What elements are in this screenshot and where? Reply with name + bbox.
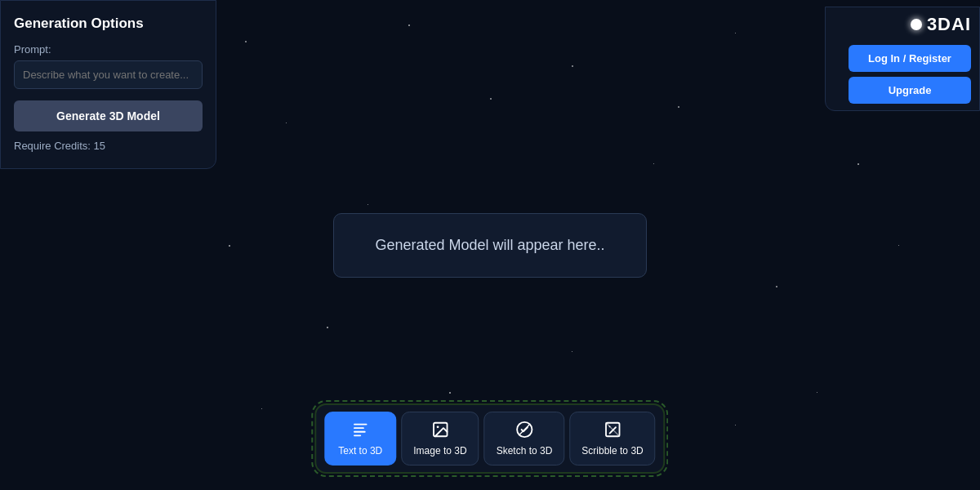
prompt-input[interactable] — [14, 60, 203, 89]
svg-line-8 — [606, 423, 620, 437]
tool-image-to-3d-label: Image to 3D — [413, 445, 466, 457]
brand-name: 3DAI — [927, 14, 971, 35]
brand-logo: 3DAI — [911, 14, 971, 35]
login-register-button[interactable]: Log In / Register — [849, 45, 971, 72]
sidebar-panel: Generation Options Prompt: Generate 3D M… — [0, 0, 216, 169]
upgrade-button[interactable]: Upgrade — [849, 77, 971, 104]
svg-point-5 — [436, 425, 439, 428]
tool-sketch-to-3d-label: Sketch to 3D — [497, 445, 553, 457]
tool-text-to-3d-label: Text to 3D — [338, 445, 382, 457]
header-right: 3DAI Log In / Register Upgrade — [825, 7, 980, 111]
svg-rect-3 — [354, 434, 361, 436]
sidebar-title: Generation Options — [14, 16, 203, 32]
svg-rect-2 — [354, 431, 366, 433]
credits-label: Require Credits: 15 — [14, 140, 203, 152]
svg-rect-1 — [354, 427, 364, 429]
svg-rect-0 — [354, 424, 368, 425]
text-icon — [351, 421, 369, 441]
tool-sketch-to-3d[interactable]: Sketch to 3D — [484, 412, 565, 466]
bottom-toolbar: Text to 3D Image to 3D Sketch to 3D — [314, 403, 665, 474]
tool-image-to-3d[interactable]: Image to 3D — [401, 412, 479, 466]
tool-scribble-to-3d-label: Scribble to 3D — [581, 445, 643, 457]
scribble-icon — [604, 421, 621, 441]
tool-scribble-to-3d[interactable]: Scribble to 3D — [569, 412, 655, 466]
brand-dot — [911, 19, 922, 30]
tool-text-to-3d[interactable]: Text to 3D — [324, 412, 396, 466]
model-placeholder: Generated Model will appear here.. — [333, 213, 646, 278]
sketch-icon — [515, 421, 533, 441]
generate-button[interactable]: Generate 3D Model — [14, 100, 203, 131]
image-icon — [431, 421, 449, 441]
prompt-label: Prompt: — [14, 43, 203, 56]
